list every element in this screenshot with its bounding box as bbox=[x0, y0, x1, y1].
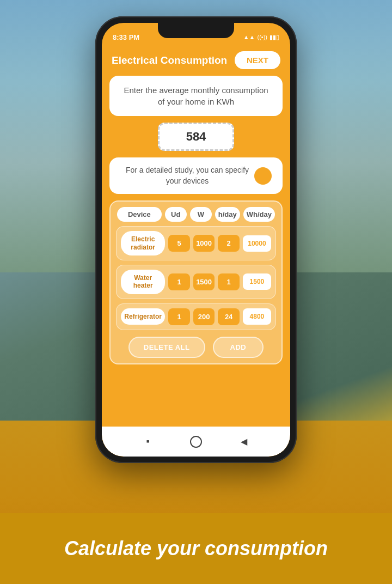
device-ud-refrigerator[interactable]: 1 bbox=[168, 308, 190, 325]
table-header: Device Ud W h/day Wh/day bbox=[116, 207, 276, 222]
device-hday-refrigerator[interactable]: 24 bbox=[218, 308, 240, 325]
wifi-icon: ((•)) bbox=[257, 34, 267, 40]
device-name-water-heater: Water heater bbox=[121, 270, 165, 294]
app-title: Electrical Consumption bbox=[112, 54, 227, 66]
col-header-whday: Wh/day bbox=[243, 207, 275, 222]
bottom-text-area: Calculate your consumption bbox=[0, 513, 392, 584]
kwh-input[interactable] bbox=[158, 123, 234, 151]
nav-circle-icon[interactable] bbox=[190, 436, 202, 448]
device-ud-water-heater[interactable]: 1 bbox=[168, 273, 190, 290]
nav-back-icon[interactable] bbox=[237, 435, 250, 448]
device-whday-refrigerator[interactable]: 4800 bbox=[243, 308, 271, 325]
app-header: Electrical Consumption NEXT bbox=[102, 47, 290, 76]
info-text: Enter the average monthly consumption of… bbox=[122, 84, 270, 107]
delete-all-button[interactable]: DELETE ALL bbox=[128, 337, 205, 358]
device-w-refrigerator[interactable]: 200 bbox=[193, 308, 215, 325]
nav-square-icon[interactable] bbox=[142, 435, 155, 448]
status-icons: ▲▲ ((•)) ▮▮▯ bbox=[243, 34, 279, 41]
device-hday-water-heater[interactable]: 1 bbox=[218, 273, 240, 290]
study-card: For a detailed study, you can specify yo… bbox=[109, 157, 283, 194]
action-buttons: DELETE ALL ADD bbox=[116, 337, 276, 358]
col-header-device: Device bbox=[117, 207, 162, 222]
device-w-water-heater[interactable]: 1500 bbox=[193, 273, 215, 290]
table-row: Water heater 1 1500 1 1500 bbox=[116, 265, 276, 299]
kwh-input-container bbox=[109, 123, 283, 151]
table-row: Electric radiator 5 1000 2 10000 bbox=[116, 226, 276, 260]
device-whday-water-heater[interactable]: 1500 bbox=[243, 273, 271, 290]
notch bbox=[158, 23, 234, 38]
bottom-tagline: Calculate your consumption bbox=[64, 537, 328, 560]
device-table: Device Ud W h/day Wh/day Electric radiat… bbox=[109, 200, 283, 364]
device-whday-electric-radiator[interactable]: 10000 bbox=[243, 235, 271, 252]
col-header-w: W bbox=[190, 207, 212, 222]
signal-icon: ▲▲ bbox=[243, 34, 255, 40]
info-card: Enter the average monthly consumption of… bbox=[109, 76, 283, 116]
col-header-ud: Ud bbox=[165, 207, 187, 222]
col-header-hday: h/day bbox=[215, 207, 240, 222]
device-ud-electric-radiator[interactable]: 5 bbox=[168, 235, 190, 252]
device-hday-electric-radiator[interactable]: 2 bbox=[218, 235, 240, 252]
table-row: Refrigerator 1 200 24 4800 bbox=[116, 303, 276, 330]
phone-outer: 8:33 PM ▲▲ ((•)) ▮▮▯ Electrical Consumpt… bbox=[95, 16, 297, 463]
device-name-refrigerator: Refrigerator bbox=[121, 308, 165, 325]
study-text: For a detailed study, you can specify yo… bbox=[120, 165, 254, 186]
phone-screen: 8:33 PM ▲▲ ((•)) ▮▮▯ Electrical Consumpt… bbox=[102, 23, 290, 457]
toggle-button[interactable] bbox=[254, 167, 272, 185]
add-button[interactable]: ADD bbox=[213, 337, 264, 358]
phone-device: 8:33 PM ▲▲ ((•)) ▮▮▯ Electrical Consumpt… bbox=[95, 16, 297, 463]
device-w-electric-radiator[interactable]: 1000 bbox=[193, 235, 215, 252]
content-area: Enter the average monthly consumption of… bbox=[102, 76, 290, 364]
next-button[interactable]: NEXT bbox=[235, 51, 280, 69]
phone-nav-bar bbox=[102, 427, 290, 457]
status-time: 8:33 PM bbox=[113, 33, 139, 41]
battery-icon: ▮▮▯ bbox=[270, 34, 279, 41]
device-name-electric-radiator: Electric radiator bbox=[121, 231, 165, 256]
